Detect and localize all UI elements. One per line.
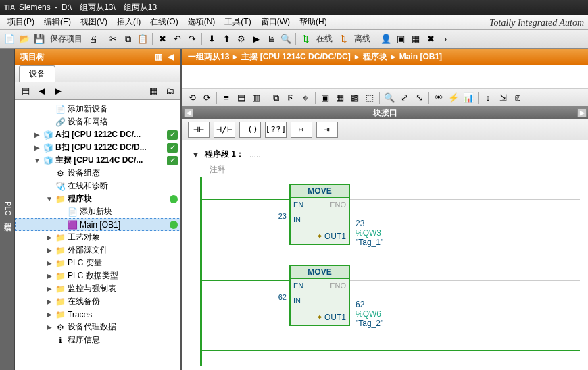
et-icon-6[interactable]: ⧉ — [269, 91, 283, 105]
crumb-device[interactable]: 主摆 [CPU 1214C DC/DC/DC] — [241, 51, 350, 63]
simulate-icon[interactable]: ▶ — [249, 32, 263, 46]
et-icon-5[interactable]: ▥ — [249, 91, 263, 105]
new-project-icon[interactable]: 📄 — [3, 32, 16, 46]
et-icon-21[interactable]: ⎚ — [511, 91, 524, 105]
tree-view2-icon[interactable]: 🗂 — [163, 84, 176, 98]
save-icon[interactable]: 💾 — [32, 32, 46, 46]
iface-scroll-left-icon[interactable]: ◀ — [184, 108, 193, 117]
move-box-1[interactable]: MOVE EN ENO IN ✦OUT1 — [289, 184, 350, 245]
iface-scroll-right-icon[interactable]: ▶ — [577, 108, 587, 117]
et-icon-4[interactable]: ▤ — [235, 91, 248, 105]
accessible-icon[interactable]: 👤 — [379, 32, 393, 46]
network-header[interactable]: ▼ 程序段 1： ..... — [182, 146, 588, 163]
tree-item[interactable]: ▶📁工艺对象 — [15, 231, 180, 244]
tree-twisty-icon[interactable]: ▼ — [46, 195, 53, 203]
et-icon-14[interactable]: ⤢ — [397, 91, 411, 105]
lad-nc-contact[interactable]: ⊣/⊢ — [214, 122, 235, 138]
et-icon-17[interactable]: ⚡ — [447, 91, 460, 105]
out-labels-2[interactable]: 62 %QW6 "Tag_2" — [356, 300, 383, 328]
tree-twisty-icon[interactable]: ▶ — [34, 131, 41, 138]
lad-branch-open[interactable]: ↦ — [291, 122, 312, 138]
menu-insert[interactable]: 插入(I) — [112, 16, 145, 28]
network-collapse-icon[interactable]: ▼ — [192, 151, 199, 159]
panel-collapse-icon[interactable]: ▥ — [154, 52, 164, 61]
redo-icon[interactable]: ↷ — [185, 32, 199, 46]
tree-item[interactable]: 🩺在线和诊断 — [15, 180, 180, 192]
tree-twisty-icon[interactable]: ▶ — [46, 323, 53, 331]
tree-item[interactable]: ▶📁在线备份 — [15, 295, 180, 308]
tree-item[interactable]: ▶📁PLC 变量 — [15, 257, 180, 269]
cut-icon[interactable]: ✂ — [106, 32, 120, 46]
go-online-icon[interactable]: ⇅ — [299, 32, 312, 46]
menu-project[interactable]: 项目(P) — [3, 16, 39, 28]
out-labels-1[interactable]: 23 %QW3 "Tag_1" — [356, 219, 383, 247]
tree-twisty-icon[interactable]: ▶ — [34, 144, 41, 151]
block-interface-header[interactable]: ◀ 块接口 ▶ — [182, 107, 588, 119]
menu-window[interactable]: 窗口(W) — [256, 16, 295, 28]
et-icon-9[interactable]: ▣ — [318, 91, 332, 105]
lad-branch-close[interactable]: ⇥ — [316, 122, 338, 138]
tree-item[interactable]: 🟪Main [OB1] — [15, 218, 180, 231]
device-tab[interactable]: 设备 — [19, 65, 55, 82]
tree-tool1-icon[interactable]: ▤ — [19, 84, 32, 98]
crumb-folder[interactable]: 程序块 — [363, 51, 387, 63]
crumb-block[interactable]: Main [OB1] — [399, 52, 442, 61]
paste-icon[interactable]: 📋 — [136, 32, 149, 46]
et-icon-19[interactable]: ↕ — [481, 91, 495, 105]
tb-misc2-icon[interactable]: ▦ — [409, 32, 422, 46]
in-value-1[interactable]: 23 — [262, 212, 287, 220]
panel-pin-icon[interactable]: ◀ — [166, 52, 175, 61]
tree-item[interactable]: ▼🧊主摆 [CPU 1214C DC/...✓ — [15, 154, 180, 167]
undo-icon[interactable]: ↶ — [170, 32, 184, 46]
menu-options[interactable]: 选项(N) — [183, 16, 220, 28]
tree-view1-icon[interactable]: ▦ — [147, 84, 160, 98]
tree-item[interactable]: ▶🧊A扫 [CPU 1212C DC/...✓ — [15, 128, 180, 141]
print-icon[interactable]: 🖨 — [87, 32, 100, 46]
download-icon[interactable]: ⬇ — [205, 32, 218, 46]
et-icon-10[interactable]: ▦ — [333, 91, 347, 105]
crumb-project[interactable]: 一组两从13 — [188, 51, 229, 63]
in-value-2[interactable]: 62 — [262, 293, 287, 301]
upload-icon[interactable]: ⬆ — [220, 32, 233, 46]
hw-icon[interactable]: 🖥 — [264, 32, 278, 46]
tree-twisty-icon[interactable]: ▶ — [46, 298, 53, 305]
tree-item[interactable]: 📄添加新块 — [15, 205, 180, 218]
et-icon-15[interactable]: ⤡ — [412, 91, 426, 105]
rung-canvas[interactable]: MOVE EN ENO IN ✦OUT1 23 23 %QW3 "Tag_1" — [189, 177, 588, 366]
tree-twisty-icon[interactable]: ▶ — [46, 285, 53, 292]
tree-item[interactable]: ℹ程序信息 — [15, 334, 180, 346]
vertical-tab-plc[interactable]: PLC 编程 — [0, 49, 15, 370]
cross-icon[interactable]: ✖ — [424, 32, 437, 46]
menu-view[interactable]: 视图(V) — [76, 16, 112, 28]
tree-item[interactable]: ▶📁PLC 数据类型 — [15, 269, 180, 282]
tree-item[interactable]: ▶📁Traces — [15, 308, 180, 321]
et-icon-16[interactable]: 👁 — [432, 91, 445, 105]
menu-edit[interactable]: 编辑(E) — [39, 16, 76, 28]
tree-item[interactable]: ▼📁程序块 — [15, 192, 180, 205]
et-icon-3[interactable]: ≡ — [220, 91, 233, 105]
et-icon-18[interactable]: 📊 — [462, 91, 475, 105]
open-project-icon[interactable]: 📂 — [18, 32, 31, 46]
menu-help[interactable]: 帮助(H) — [295, 16, 332, 28]
lad-no-contact[interactable]: ⊣⊢ — [188, 122, 210, 138]
tree-item[interactable]: ▶📁外部源文件 — [15, 244, 180, 257]
et-icon-7[interactable]: ⎘ — [284, 91, 297, 105]
et-icon-11[interactable]: ▩ — [348, 91, 362, 105]
tree-back-icon[interactable]: ◀ — [35, 84, 49, 98]
delete-icon[interactable]: ✖ — [155, 32, 169, 46]
menu-online[interactable]: 在线(O) — [145, 16, 182, 28]
tree-item[interactable]: ⚙设备组态 — [15, 167, 180, 180]
tree-item[interactable]: ▶⚙设备代理数据 — [15, 321, 180, 334]
tree-twisty-icon[interactable]: ▼ — [34, 157, 41, 164]
tree-item[interactable]: ▶📁监控与强制表 — [15, 282, 180, 295]
tree-item[interactable]: 📄添加新设备 — [15, 103, 180, 115]
et-icon-13[interactable]: 🔍 — [383, 91, 396, 105]
go-offline-icon[interactable]: ⇅ — [337, 32, 350, 46]
et-icon-1[interactable]: ⟲ — [185, 91, 199, 105]
compile-icon[interactable]: ⚙ — [235, 32, 248, 46]
tree-twisty-icon[interactable]: ▶ — [46, 272, 53, 280]
project-tree[interactable]: 📄添加新设备🔗设备和网络▶🧊A扫 [CPU 1212C DC/...✓▶🧊B扫 … — [15, 100, 180, 370]
tree-twisty-icon[interactable]: ▶ — [46, 311, 53, 318]
tree-twisty-icon[interactable]: ▶ — [46, 234, 53, 241]
go-offline-label[interactable]: 离线 — [351, 33, 373, 45]
